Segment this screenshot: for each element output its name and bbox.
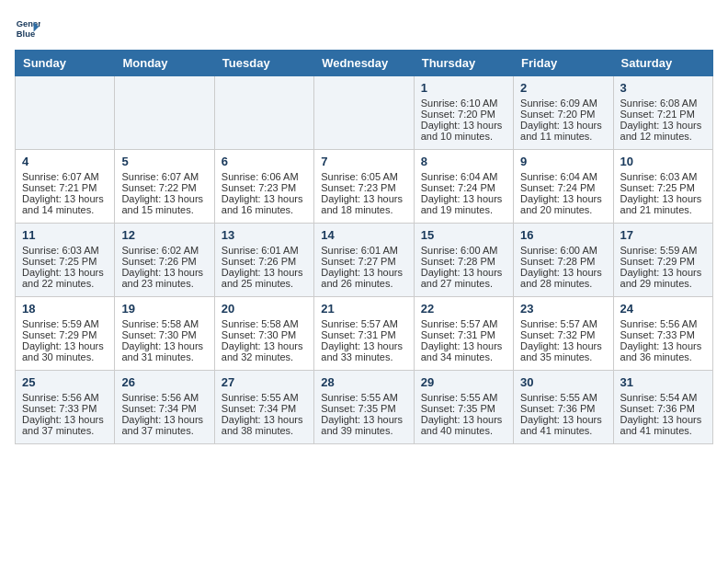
- day-info: and 21 minutes.: [620, 204, 706, 215]
- day-info: Sunset: 7:31 PM: [321, 329, 406, 340]
- day-info: and 35 minutes.: [520, 351, 606, 362]
- day-number: 28: [321, 375, 406, 389]
- day-info: Sunset: 7:36 PM: [520, 403, 606, 414]
- day-info: and 16 minutes.: [222, 204, 307, 215]
- day-info: Daylight: 13 hours: [520, 267, 606, 278]
- day-info: Sunset: 7:23 PM: [222, 182, 307, 193]
- day-info: Sunrise: 5:59 AM: [620, 245, 706, 256]
- calendar-cell: 8Sunrise: 6:04 AMSunset: 7:24 PMDaylight…: [414, 150, 513, 224]
- day-info: Sunrise: 5:55 AM: [222, 392, 307, 403]
- day-info: Daylight: 13 hours: [22, 414, 108, 425]
- day-info: and 27 minutes.: [421, 278, 506, 289]
- calendar-cell: 21Sunrise: 5:57 AMSunset: 7:31 PMDayligh…: [314, 297, 414, 371]
- calendar-cell: 5Sunrise: 6:07 AMSunset: 7:22 PMDaylight…: [115, 150, 214, 224]
- day-info: and 40 minutes.: [421, 425, 506, 436]
- weekday-header-thursday: Thursday: [414, 51, 513, 76]
- day-info: Daylight: 13 hours: [620, 267, 706, 278]
- day-info: and 38 minutes.: [222, 425, 307, 436]
- day-number: 6: [222, 155, 307, 168]
- day-info: and 25 minutes.: [222, 278, 307, 289]
- day-info: and 30 minutes.: [22, 351, 108, 362]
- day-info: Sunset: 7:32 PM: [520, 329, 606, 340]
- calendar-cell: 18Sunrise: 5:59 AMSunset: 7:29 PMDayligh…: [16, 297, 115, 371]
- day-info: Sunrise: 5:57 AM: [421, 318, 506, 329]
- weekday-header-saturday: Saturday: [613, 51, 712, 76]
- calendar-cell: 12Sunrise: 6:02 AMSunset: 7:26 PMDayligh…: [115, 224, 214, 297]
- day-info: Daylight: 13 hours: [321, 267, 406, 278]
- calendar-cell: 23Sunrise: 5:57 AMSunset: 7:32 PMDayligh…: [514, 297, 613, 371]
- day-info: Sunrise: 6:06 AM: [222, 171, 307, 182]
- day-number: 21: [321, 302, 406, 316]
- day-info: Sunset: 7:29 PM: [22, 329, 108, 340]
- day-info: Sunrise: 6:04 AM: [520, 171, 606, 182]
- day-info: Sunrise: 6:01 AM: [321, 245, 406, 256]
- day-info: Sunset: 7:24 PM: [421, 182, 506, 193]
- day-info: Sunset: 7:20 PM: [421, 109, 506, 120]
- day-info: and 18 minutes.: [321, 204, 406, 215]
- day-info: Daylight: 13 hours: [620, 414, 706, 425]
- calendar-cell: [115, 76, 214, 150]
- calendar-cell: 28Sunrise: 5:55 AMSunset: 7:35 PMDayligh…: [314, 371, 414, 444]
- day-info: Sunrise: 6:10 AM: [421, 98, 506, 109]
- day-info: Daylight: 13 hours: [520, 414, 606, 425]
- day-info: Daylight: 13 hours: [121, 193, 207, 204]
- day-info: and 20 minutes.: [520, 204, 606, 215]
- day-info: and 12 minutes.: [620, 131, 706, 142]
- day-number: 25: [22, 375, 108, 389]
- day-number: 1: [421, 81, 506, 95]
- day-info: Daylight: 13 hours: [620, 120, 706, 131]
- day-number: 22: [421, 302, 506, 316]
- day-info: Sunset: 7:24 PM: [520, 182, 606, 193]
- calendar-cell: 27Sunrise: 5:55 AMSunset: 7:34 PMDayligh…: [214, 371, 313, 444]
- calendar-cell: 24Sunrise: 5:56 AMSunset: 7:33 PMDayligh…: [613, 297, 712, 371]
- day-info: Sunrise: 5:55 AM: [421, 392, 506, 403]
- calendar-week-5: 25Sunrise: 5:56 AMSunset: 7:33 PMDayligh…: [16, 371, 713, 444]
- calendar-cell: 16Sunrise: 6:00 AMSunset: 7:28 PMDayligh…: [514, 224, 613, 297]
- calendar-cell: 10Sunrise: 6:03 AMSunset: 7:25 PMDayligh…: [613, 150, 712, 224]
- day-info: Sunset: 7:35 PM: [421, 403, 506, 414]
- day-number: 30: [520, 375, 606, 389]
- day-number: 7: [321, 155, 406, 168]
- day-info: and 10 minutes.: [421, 131, 506, 142]
- calendar-cell: 20Sunrise: 5:58 AMSunset: 7:30 PMDayligh…: [214, 297, 313, 371]
- day-info: and 19 minutes.: [421, 204, 506, 215]
- day-info: Daylight: 13 hours: [321, 414, 406, 425]
- day-info: Daylight: 13 hours: [121, 414, 207, 425]
- weekday-header-sunday: Sunday: [16, 51, 115, 76]
- calendar-cell: 25Sunrise: 5:56 AMSunset: 7:33 PMDayligh…: [16, 371, 115, 444]
- calendar-cell: 29Sunrise: 5:55 AMSunset: 7:35 PMDayligh…: [414, 371, 513, 444]
- day-number: 19: [121, 302, 207, 316]
- calendar-cell: 31Sunrise: 5:54 AMSunset: 7:36 PMDayligh…: [613, 371, 712, 444]
- day-info: Sunrise: 5:58 AM: [222, 318, 307, 329]
- day-info: Sunset: 7:29 PM: [620, 256, 706, 267]
- day-info: Daylight: 13 hours: [22, 193, 108, 204]
- day-info: Sunset: 7:26 PM: [121, 256, 207, 267]
- day-info: and 36 minutes.: [620, 351, 706, 362]
- day-info: Daylight: 13 hours: [321, 193, 406, 204]
- day-number: 8: [421, 155, 506, 168]
- day-number: 11: [22, 228, 108, 242]
- day-info: Sunset: 7:30 PM: [222, 329, 307, 340]
- svg-text:Blue: Blue: [17, 29, 35, 39]
- day-number: 31: [620, 375, 706, 389]
- day-number: 5: [121, 155, 207, 168]
- calendar-cell: 3Sunrise: 6:08 AMSunset: 7:21 PMDaylight…: [613, 76, 712, 150]
- day-info: and 29 minutes.: [620, 278, 706, 289]
- day-info: Sunset: 7:33 PM: [620, 329, 706, 340]
- day-info: and 33 minutes.: [321, 351, 406, 362]
- day-info: Sunrise: 6:02 AM: [121, 245, 207, 256]
- day-info: and 34 minutes.: [421, 351, 506, 362]
- day-info: Daylight: 13 hours: [222, 193, 307, 204]
- day-info: Daylight: 13 hours: [421, 414, 506, 425]
- day-info: Sunrise: 5:54 AM: [620, 392, 706, 403]
- day-info: Sunset: 7:35 PM: [321, 403, 406, 414]
- day-info: and 14 minutes.: [22, 204, 108, 215]
- day-info: Sunset: 7:31 PM: [421, 329, 506, 340]
- day-info: Sunrise: 5:56 AM: [121, 392, 207, 403]
- day-info: Sunrise: 6:09 AM: [520, 98, 606, 109]
- day-info: and 41 minutes.: [520, 425, 606, 436]
- day-info: Daylight: 13 hours: [22, 340, 108, 351]
- day-info: Sunrise: 6:01 AM: [222, 245, 307, 256]
- day-info: Daylight: 13 hours: [520, 193, 606, 204]
- calendar-cell: 15Sunrise: 6:00 AMSunset: 7:28 PMDayligh…: [414, 224, 513, 297]
